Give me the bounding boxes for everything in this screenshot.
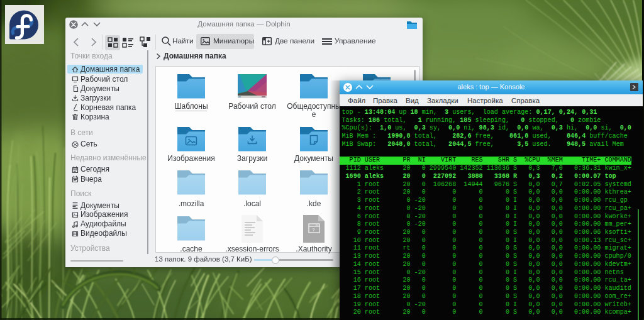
svg-text:?: ?	[312, 227, 315, 233]
